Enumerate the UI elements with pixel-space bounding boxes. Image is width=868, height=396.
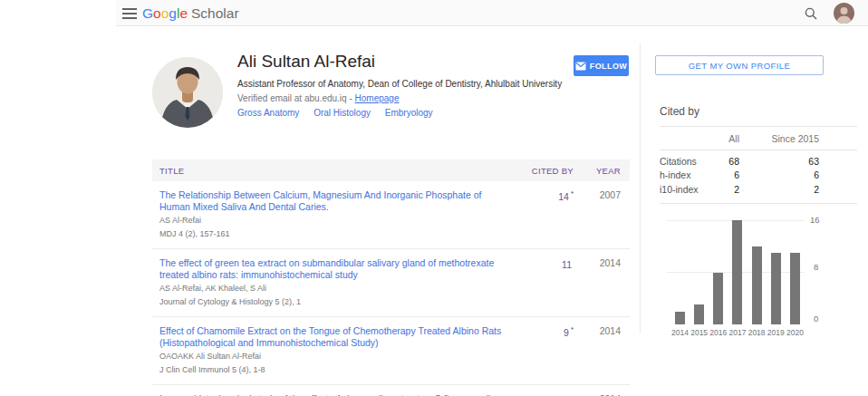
- follow-label: FOLLOW: [590, 62, 627, 71]
- stat-row-i10-index: i10-index 2 2: [660, 182, 819, 197]
- interest-tag[interactable]: Embryology: [385, 108, 433, 118]
- column-divider: [640, 43, 641, 333]
- chart-x-tick: 2015: [690, 328, 709, 337]
- chart-bar-2018: [747, 220, 767, 324]
- publication-year: 2014: [574, 325, 621, 375]
- stat-label[interactable]: Citations: [660, 156, 703, 167]
- cited-by-count[interactable]: 14: [558, 191, 569, 202]
- publication-year: 2007: [574, 189, 621, 239]
- publication-title-link[interactable]: The Relationship Between Calcium, Magnes…: [159, 189, 510, 213]
- y-tick-16: 16: [810, 215, 820, 225]
- stat-all-value: 2: [703, 184, 739, 195]
- publication-row: The Relationship Between Calcium, Magnes…: [152, 181, 630, 249]
- publication-venue: J Clin Cell Immunol 5 (4), 1-8: [159, 365, 510, 376]
- chart-x-tick: 2020: [786, 328, 805, 337]
- chart-bar-2014: [670, 220, 690, 324]
- publication-row: The effect of green tea extract on subma…: [152, 249, 630, 317]
- bar: [713, 273, 723, 325]
- get-my-own-profile-button[interactable]: GET MY OWN PROFILE: [655, 55, 824, 75]
- cited-by-header-row: All Since 2015: [660, 127, 819, 150]
- publication-title-link[interactable]: Effect of Chamomile Extract on the Tongu…: [159, 325, 510, 349]
- chart-bar-2016: [709, 220, 728, 324]
- scholar-profile-page: GoogleScholar Ali Sultan Al-Refai Assist…: [0, 0, 868, 396]
- cited-by-panel: Cited by All Since 2015 Citations 68 63 …: [660, 105, 857, 204]
- envelope-icon: [575, 62, 586, 71]
- chart-x-axis: 2014201520162017201820192020: [670, 328, 805, 337]
- stat-label[interactable]: i10-index: [660, 184, 703, 195]
- y-tick-0: 0: [814, 314, 818, 324]
- chart-bar-2017: [728, 220, 747, 324]
- profile-photo: [152, 57, 223, 128]
- chart-x-tick: 2019: [767, 328, 786, 337]
- follow-button[interactable]: FOLLOW: [574, 55, 629, 76]
- bar: [732, 220, 742, 324]
- account-avatar[interactable]: [834, 3, 854, 24]
- publication-authors: OAOAKK Ali Sultan Al-Refai: [159, 352, 510, 362]
- stat-since-value: 6: [739, 169, 819, 180]
- chart-plot-area: [670, 220, 805, 324]
- interest-tag[interactable]: Gross Anatomy: [237, 108, 299, 118]
- chart-x-tick: 2017: [728, 328, 747, 337]
- publication-authors: AS Al-Refai: [159, 216, 510, 227]
- portrait-image: [152, 57, 223, 128]
- bar: [694, 304, 704, 324]
- stat-row-citations: Citations 68 63: [660, 154, 819, 169]
- bar: [790, 253, 800, 324]
- logo-letter: g: [169, 5, 177, 21]
- publication-row: Effect of Chamomile Extract on the Tongu…: [152, 317, 630, 385]
- bar: [771, 253, 781, 324]
- topbar: GoogleScholar: [116, 0, 868, 26]
- chart-bar-2020: [786, 220, 805, 324]
- logo-product-label: Scholar: [191, 5, 239, 21]
- bar: [675, 312, 685, 324]
- stat-row-h-index: h-index 6 6: [660, 169, 819, 183]
- publication-authors: AS Al-Refai, AK Khaleel, S Ali: [159, 284, 510, 295]
- verified-email-line: Verified email at abu.edu.iq - Homepage: [237, 93, 399, 103]
- header-cited-by[interactable]: CITED BY: [510, 166, 574, 176]
- publication-venue: MDJ 4 (2), 157-161: [159, 229, 510, 240]
- cited-by-count[interactable]: 9: [564, 327, 569, 338]
- col-since-label: Since 2015: [739, 133, 819, 144]
- person-icon: [834, 3, 854, 24]
- header-title: TITLE: [159, 166, 510, 176]
- y-tick-8: 8: [814, 262, 818, 272]
- chart-bar-2019: [767, 220, 786, 324]
- stat-since-value: 2: [739, 184, 819, 195]
- publication-year: 2014: [574, 257, 621, 307]
- chart-bars: [670, 220, 805, 324]
- stat-all-value: 68: [703, 156, 739, 167]
- profile-affiliation: Assistant Professor of Anatomy, Dean of …: [237, 79, 618, 89]
- cited-by-rows: Citations 68 63 h-index 6 6 i10-index 2 …: [660, 150, 857, 197]
- publications-table-header: TITLE CITED BY YEAR: [152, 159, 630, 181]
- interest-tag[interactable]: Oral Histology: [313, 108, 371, 118]
- divider: [660, 203, 857, 204]
- stat-label[interactable]: h-index: [660, 169, 703, 180]
- stat-all-value: 6: [703, 169, 739, 180]
- publication-title-link[interactable]: The effect of green tea extract on subma…: [159, 257, 510, 281]
- bar: [752, 246, 762, 324]
- logo-letter: G: [142, 5, 153, 21]
- publication-row: Immunohistochemical study of the effect …: [152, 385, 630, 396]
- citations-chart: 2014201520162017201820192020 16 8 0: [667, 216, 830, 343]
- verified-email-text: Verified email at abu.edu.iq -: [237, 93, 355, 103]
- menu-icon[interactable]: [122, 8, 137, 19]
- publications-table: TITLE CITED BY YEAR The Relationship Bet…: [152, 159, 630, 396]
- cited-by-title: Cited by: [660, 105, 857, 118]
- chart-x-tick: 2016: [709, 328, 728, 337]
- homepage-link[interactable]: Homepage: [355, 93, 400, 103]
- search-icon[interactable]: [805, 7, 817, 20]
- chart-x-tick: 2014: [670, 328, 690, 337]
- logo-letter: o: [153, 5, 161, 21]
- col-all-label: All: [703, 133, 739, 144]
- interests-list: Gross Anatomy Oral Histology Embryology: [237, 108, 445, 118]
- stat-since-value: 63: [739, 156, 819, 167]
- google-scholar-logo[interactable]: GoogleScholar: [142, 0, 239, 26]
- chart-x-tick: 2018: [747, 328, 767, 337]
- chart-bar-2015: [690, 220, 709, 324]
- profile-name: Ali Sultan Al-Refai: [237, 52, 375, 72]
- cited-by-count[interactable]: 11: [562, 259, 572, 270]
- header-year[interactable]: YEAR: [574, 166, 621, 176]
- logo-letter: e: [179, 5, 188, 21]
- publication-venue: Journal of Cytology & Histology 5 (2), 1: [159, 297, 510, 308]
